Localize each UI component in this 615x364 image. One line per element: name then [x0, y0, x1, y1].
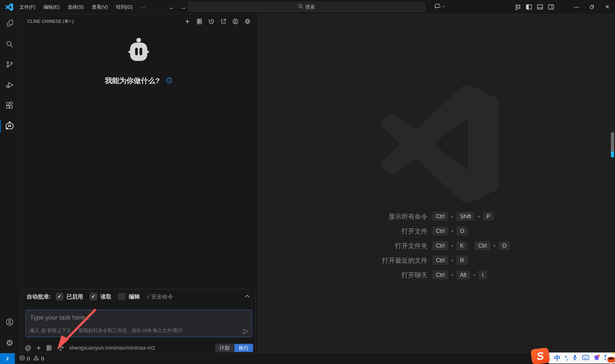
microphone-icon[interactable] — [572, 354, 578, 362]
mcp-servers-button[interactable] — [196, 18, 203, 25]
mcp-servers-button[interactable] — [46, 345, 52, 351]
task-input[interactable] — [26, 310, 252, 325]
checkbox-enabled[interactable]: ✓ — [56, 293, 63, 300]
greeting-row: 我能为你做什么? — [19, 76, 258, 86]
history-button[interactable] — [208, 18, 215, 25]
close-icon[interactable]: ✕ — [600, 0, 615, 14]
sidebar-item-settings[interactable]: ⚙ — [0, 333, 19, 353]
run-debug-icon — [5, 81, 14, 90]
ime-punctuation-toggle[interactable]: °, — [565, 355, 568, 361]
toggle-panel-icon[interactable] — [534, 0, 546, 14]
skin-icon[interactable] — [593, 354, 600, 362]
panel-actions: + ⚙ — [184, 18, 251, 25]
nav-forward-icon[interactable]: → — [178, 4, 188, 11]
sidebar-item-extensions[interactable] — [0, 96, 19, 116]
remote-indicator[interactable] — [0, 353, 15, 364]
new-task-button[interactable]: + — [184, 18, 191, 25]
send-icon[interactable]: ▷ — [243, 327, 248, 335]
sidebar-item-source-control[interactable] — [0, 55, 19, 75]
info-icon[interactable] — [166, 77, 172, 85]
extensions-icon — [6, 101, 14, 110]
chat-bottom-section: 自动批准: ✓ 已启用 ✓ 读取 编辑 √ 安全命令 输入 @ 获取上下文，/ … — [22, 289, 256, 353]
copilot-icon — [434, 3, 441, 11]
task-input-hint: 输入 @ 获取上下文，/ 获取斜杠命令和工作流，按住 shift 拖入文件/图片 — [30, 327, 183, 334]
panel-title: CLINE CHINESE (⌘+') — [27, 19, 74, 24]
vscode-watermark-logo — [378, 84, 498, 205]
account-icon — [5, 318, 14, 327]
layout-controls — [512, 0, 557, 14]
checkbox-edit-label: 编辑 — [129, 293, 140, 300]
edge-scroll-handle[interactable] — [611, 132, 614, 157]
menu-bar: 文件(F) 编辑(E) 选择(S) 查看(V) 转到(G) ··· — [15, 0, 150, 14]
chevron-up-icon[interactable] — [245, 294, 250, 299]
toggle-secondary-sidebar-icon[interactable] — [546, 0, 557, 14]
toggle-primary-sidebar-icon[interactable] — [523, 0, 534, 14]
panel-header: CLINE CHINESE (⌘+') + ⚙ — [19, 14, 258, 29]
add-images-button[interactable]: + — [36, 344, 41, 352]
customize-layout-icon[interactable] — [512, 0, 523, 14]
sidebar-item-explorer[interactable] — [0, 14, 19, 34]
keyboard-icon[interactable] — [582, 354, 589, 362]
menu-selection[interactable]: 选择(S) — [63, 0, 88, 14]
auto-approve-label: 自动批准: — [27, 293, 51, 300]
menu-goto[interactable]: 转到(G) — [112, 0, 137, 14]
account-button[interactable] — [232, 18, 239, 25]
ime-mode-toggle[interactable]: 中 — [554, 354, 561, 362]
sogou-logo[interactable]: S — [530, 347, 550, 364]
problems-indicator[interactable]: 0 0 — [19, 355, 44, 362]
key-chip: P — [483, 212, 494, 221]
mode-toggle: 计划 执行 — [215, 344, 253, 352]
key-chip: Ctrl — [432, 226, 448, 236]
shortcut-row: 打开最近的文件 Ctrl + R — [258, 253, 615, 268]
checkbox-enabled-label: 已启用 — [67, 293, 83, 300]
sidebar-item-account[interactable] — [0, 312, 19, 333]
search-icon — [298, 4, 303, 10]
shortcut-row: 打开文件 Ctrl + O — [258, 224, 615, 238]
settings-button[interactable]: ⚙ — [244, 18, 251, 25]
vscode-window: 文件(F) 编辑(E) 选择(S) 查看(V) 转到(G) ··· ← → 搜索 — [0, 0, 615, 364]
checkbox-read-label: 读取 — [100, 293, 111, 300]
chat-controls-row: @ + shengsuanyun:minimax/minimax-m2 计划 执… — [25, 343, 253, 353]
command-center-search[interactable]: 搜索 — [188, 2, 425, 12]
auto-approve-bar[interactable]: 自动批准: ✓ 已启用 ✓ 读取 编辑 √ 安全命令 — [22, 289, 256, 302]
sparkle-icon: ✦ — [611, 350, 615, 357]
checkbox-edit[interactable] — [118, 293, 125, 300]
window-controls: — ✕ — [569, 0, 615, 14]
shortcut-row: 打开文件夹 Ctrl + K Ctrl + O — [258, 238, 615, 253]
sidebar-item-search[interactable] — [0, 34, 19, 55]
open-in-editor-button[interactable] — [220, 18, 227, 25]
menu-view[interactable]: 查看(V) — [88, 0, 112, 14]
key-chip: Ctrl — [432, 256, 448, 265]
key-chip: O — [498, 241, 510, 250]
status-bar: 0 0 — [0, 353, 615, 364]
sidebar-item-cline[interactable] — [0, 116, 19, 136]
gear-icon: ⚙ — [6, 338, 13, 348]
plan-mode-button[interactable]: 计划 — [215, 344, 234, 352]
shortcut-label: 打开最近的文件 — [258, 256, 427, 265]
copilot-button[interactable] — [434, 0, 446, 14]
menu-more[interactable]: ··· — [137, 0, 150, 14]
menu-edit[interactable]: 编辑(E) — [40, 0, 64, 14]
rules-scale-icon[interactable] — [57, 345, 64, 351]
act-mode-button[interactable]: 执行 — [234, 344, 253, 352]
editor-area: 显示所有命令 Ctrl + Shift + P 打开文件 Ctrl + O 打开 — [258, 14, 615, 353]
explorer-icon — [5, 19, 14, 29]
sidebar-item-run-debug[interactable] — [0, 75, 19, 96]
key-chip: Ctrl — [432, 270, 448, 280]
model-selector[interactable]: shengsuanyun:minimax/minimax-m2 — [69, 345, 155, 351]
key-chip: O — [456, 226, 468, 236]
vscode-logo-icon — [5, 3, 13, 12]
minimize-icon[interactable]: — — [569, 0, 584, 14]
edge-scroll-handle-tip — [611, 152, 614, 157]
cline-panel: CLINE CHINESE (⌘+') + ⚙ — [19, 14, 258, 353]
checkbox-read[interactable]: ✓ — [90, 293, 97, 300]
restore-icon[interactable] — [584, 0, 600, 14]
shortcut-row: 打开聊天 Ctrl + Alt + I — [258, 268, 615, 282]
nav-back-icon[interactable]: ← — [166, 4, 177, 11]
safe-commands-label: √ 安全命令 — [147, 293, 173, 300]
chevron-down-icon — [442, 5, 446, 9]
shortcut-row: 显示所有命令 Ctrl + Shift + P — [258, 209, 615, 224]
key-chip: Ctrl — [432, 241, 448, 250]
menu-file[interactable]: 文件(F) — [15, 0, 40, 14]
context-mention-button[interactable]: @ — [25, 344, 31, 352]
